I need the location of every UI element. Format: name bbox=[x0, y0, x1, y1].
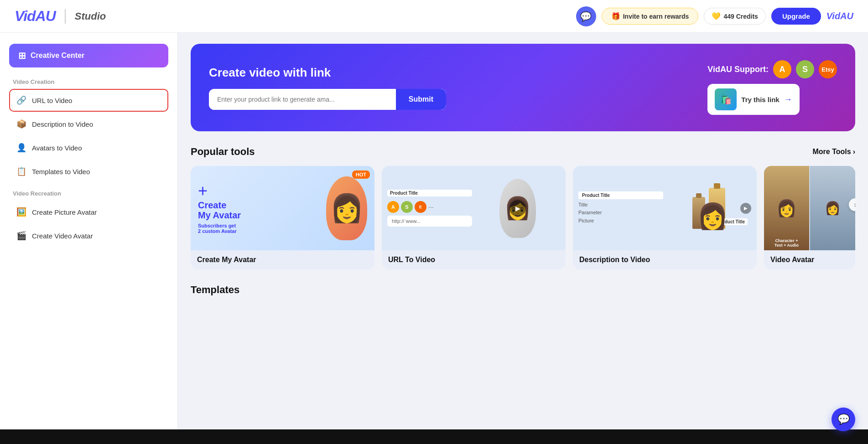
discord-button[interactable]: 💬 bbox=[576, 6, 596, 26]
sidebar-item-label: URL to Video bbox=[32, 97, 72, 104]
app-body: ⊞ Creative Center Video Creation 🔗 URL t… bbox=[0, 33, 868, 429]
template-icon: 📋 bbox=[16, 166, 26, 176]
grid-icon: ⊞ bbox=[18, 50, 26, 61]
hero-banner: Create video with link Submit VidAU Supp… bbox=[191, 44, 855, 131]
desc-card-bg: Product Title TitleParameterPicture bbox=[573, 166, 757, 250]
creative-center-label: Creative Center bbox=[31, 52, 84, 60]
tool-card-create-my-avatar-label: Create My Avatar bbox=[191, 250, 374, 269]
desc-left: Product Title TitleParameterPicture bbox=[578, 191, 663, 225]
popular-tools-header: Popular tools More Tools › bbox=[191, 146, 855, 158]
desc-right: Product Title ▶ 👩 bbox=[667, 188, 752, 229]
tool-card-video-avatar-thumb: 👩 Character +Text + Audio 👩 bbox=[764, 166, 855, 250]
avatar-face-illustration: 👩 bbox=[326, 176, 367, 240]
etsy-icon: Etsy bbox=[819, 60, 837, 78]
hero-right: VidAU Support: A S Etsy 🛍️ Try this link… bbox=[707, 60, 837, 115]
studio-label: Studio bbox=[75, 10, 106, 22]
shopify-icon: S bbox=[796, 60, 814, 78]
header: VidAU Studio 💬 🎁 Invite to earn rewards … bbox=[0, 0, 868, 33]
sidebar-item-url-to-video[interactable]: 🔗 URL to Video bbox=[9, 89, 168, 112]
templates-section: Templates bbox=[191, 284, 855, 296]
vidau-brand-label: VidAU bbox=[826, 11, 853, 21]
invite-label: Invite to earn rewards bbox=[623, 13, 689, 20]
picture-icon: 🖼️ bbox=[16, 207, 26, 217]
try-link-button[interactable]: 🛍️ Try this link → bbox=[707, 84, 799, 115]
popular-tools-title: Popular tools bbox=[191, 146, 255, 158]
chevron-right-icon: › bbox=[853, 148, 855, 156]
header-logo-area: VidAU Studio bbox=[15, 8, 106, 25]
sidebar-item-label: Create Picture Avatar bbox=[32, 208, 97, 216]
logo: VidAU bbox=[15, 8, 56, 25]
tool-card-create-my-avatar[interactable]: + CreateMy Avatar Subscribers get2 custo… bbox=[191, 166, 374, 269]
plus-icon: + bbox=[198, 183, 241, 199]
submit-label: Submit bbox=[409, 95, 433, 103]
tool-card-url-to-video-label: URL To Video bbox=[382, 250, 566, 269]
tools-grid: + CreateMy Avatar Subscribers get2 custo… bbox=[191, 166, 855, 269]
video-avatar-bg: 👩 Character +Text + Audio 👩 bbox=[764, 166, 855, 250]
video-avatar-content: 👩 Character +Text + Audio 👩 bbox=[764, 166, 855, 250]
etsy-mini-icon: E bbox=[415, 201, 426, 213]
amazon-icon: A bbox=[773, 60, 791, 78]
link-icon: 🔗 bbox=[16, 95, 26, 105]
more-tools-label: More Tools bbox=[813, 148, 851, 156]
sidebar-item-label: Description to Video bbox=[32, 120, 93, 128]
invite-button[interactable]: 🎁 Invite to earn rewards bbox=[602, 8, 699, 25]
creative-center-button[interactable]: ⊞ Creative Center bbox=[9, 44, 168, 67]
video-recreation-section-label: Video Recreation bbox=[13, 190, 168, 197]
logo-divider bbox=[65, 9, 66, 24]
sidebar-item-label: Avatars to Video bbox=[32, 144, 82, 152]
hero-left: Create video with link Submit bbox=[209, 66, 689, 110]
header-actions: 💬 🎁 Invite to earn rewards 💛 449 Credits… bbox=[576, 6, 853, 26]
chat-fab-button[interactable]: 💬 bbox=[832, 408, 855, 431]
more-tools-link[interactable]: More Tools › bbox=[813, 148, 855, 156]
product-link-input[interactable] bbox=[209, 89, 396, 110]
platform-row: A S E ··· bbox=[387, 201, 472, 213]
create-avatar-text: CreateMy Avatar bbox=[198, 200, 241, 220]
tool-card-description-to-video[interactable]: Product Title TitleParameterPicture bbox=[573, 166, 757, 269]
hero-input-row: Submit bbox=[209, 89, 446, 110]
desc-product-title: Product Title bbox=[578, 191, 663, 199]
package-icon: 📦 bbox=[16, 119, 26, 129]
desc-params: TitleParameterPicture bbox=[578, 201, 663, 225]
tool-card-description-to-video-label: Description to Video bbox=[573, 250, 757, 269]
avatar-icon: 👤 bbox=[16, 143, 26, 153]
video-creation-section-label: Video Creation bbox=[13, 78, 168, 85]
sidebar-item-create-picture-avatar[interactable]: 🖼️ Create Picture Avatar bbox=[9, 201, 168, 223]
tool-card-url-to-video[interactable]: Product Title A S E ··· http:// www... 👩 bbox=[382, 166, 566, 269]
sidebar: ⊞ Creative Center Video Creation 🔗 URL t… bbox=[0, 33, 178, 429]
sidebar-item-create-video-avatar[interactable]: 🎬 Create Video Avatar bbox=[9, 224, 168, 247]
heart-icon: 💛 bbox=[712, 12, 721, 21]
credits-button[interactable]: 💛 449 Credits bbox=[704, 8, 765, 25]
video-icon: 🎬 bbox=[16, 231, 26, 241]
hero-submit-button[interactable]: Submit bbox=[396, 89, 446, 110]
desc-play-icon: ▶ bbox=[740, 203, 751, 214]
tool-card-video-avatar[interactable]: 👩 Character +Text + Audio 👩 Video Avatar… bbox=[764, 166, 855, 269]
tool-card-create-my-avatar-thumb: + CreateMy Avatar Subscribers get2 custo… bbox=[191, 166, 374, 250]
try-link-thumbnail: 🛍️ bbox=[715, 88, 737, 110]
hot-badge: HOT bbox=[352, 170, 370, 179]
main-content: Create video with link Submit VidAU Supp… bbox=[178, 33, 868, 429]
url-card-bg: Product Title A S E ··· http:// www... 👩 bbox=[382, 166, 566, 250]
url-right-panel: 👩 ▶ bbox=[476, 179, 561, 238]
tool-card-description-to-video-thumb: Product Title TitleParameterPicture bbox=[573, 166, 757, 250]
sidebar-item-label: Templates to Video bbox=[32, 168, 90, 176]
templates-title: Templates bbox=[191, 284, 855, 296]
hero-support-label: VidAU Support: bbox=[707, 65, 769, 74]
bottom-bar bbox=[0, 429, 868, 444]
sidebar-item-label: Create Video Avatar bbox=[32, 232, 93, 240]
upgrade-button[interactable]: Upgrade bbox=[771, 8, 821, 25]
subscribers-text: Subscribers get2 custom Avatar bbox=[198, 223, 241, 234]
discord-icon: 💬 bbox=[580, 11, 592, 22]
sidebar-item-avatars-to-video[interactable]: 👤 Avatars to Video bbox=[9, 136, 168, 159]
amazon-mini-icon: A bbox=[387, 201, 399, 213]
sidebar-item-description-to-video[interactable]: 📦 Description to Video bbox=[9, 113, 168, 135]
hero-title: Create video with link bbox=[209, 66, 689, 80]
gift-icon: 🎁 bbox=[611, 12, 620, 21]
sidebar-item-templates-to-video[interactable]: 📋 Templates to Video bbox=[9, 160, 168, 183]
woman-illustration: 👩 bbox=[697, 204, 728, 229]
avatar-card-bg: + CreateMy Avatar Subscribers get2 custo… bbox=[191, 166, 374, 250]
upgrade-label: Upgrade bbox=[782, 12, 810, 20]
try-link-label: Try this link bbox=[741, 96, 779, 103]
arrow-right-icon: → bbox=[784, 95, 792, 104]
hero-support-row: VidAU Support: A S Etsy bbox=[707, 60, 837, 78]
tool-card-video-avatar-label: Video Avatar bbox=[764, 250, 855, 269]
